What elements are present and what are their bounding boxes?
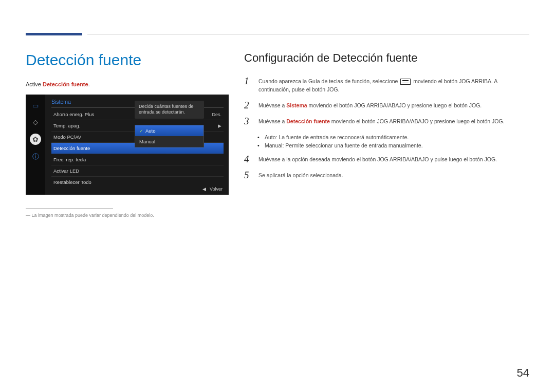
step-text: Se aplicará la opción seleccionada.: [258, 171, 343, 179]
step-text: Cuando aparezca la Guía de teclas de fun…: [258, 77, 519, 94]
target-icon: ◇: [31, 117, 40, 126]
osd-menu-item: Activar LED: [51, 165, 224, 177]
step-2: 2 Muévase a Sistema moviendo el botón JO…: [244, 101, 519, 110]
osd-item-label: Modo PC/AV: [53, 134, 81, 140]
step-text: Muévase a Detección fuente moviendo el b…: [258, 117, 505, 125]
back-arrow-icon: ◀: [202, 186, 206, 192]
monitor-icon: ▭: [31, 101, 40, 110]
osd-item-label: Detección fuente: [53, 145, 90, 151]
osd-item-value: ▶: [218, 123, 221, 128]
step-3: 3 Muévase a Detección fuente moviendo el…: [244, 117, 519, 126]
osd-item-label: Ahorro energ. Plus: [53, 111, 94, 117]
step-number: 1: [244, 76, 251, 86]
section-title: Detección fuente: [26, 51, 229, 69]
osd-menu-item: Restablecer Todo: [51, 177, 224, 188]
osd-item-value: Des.: [212, 112, 221, 117]
osd-item-label: Activar LED: [53, 168, 79, 174]
subsection-title: Configuración de Detección fuente: [244, 51, 519, 65]
bullet-text: : Permite seleccionar una fuente de entr…: [282, 142, 422, 148]
bullet-auto: Auto: La fuente de entrada se reconocerá…: [257, 133, 519, 142]
step-1: 1 Cuando aparezca la Guía de teclas de f…: [244, 77, 519, 94]
step-text: Muévase a la opción deseada moviendo el …: [258, 155, 497, 163]
step-number: 2: [244, 100, 251, 110]
info-icon: ⓘ: [31, 152, 40, 161]
step-number: 4: [244, 154, 251, 164]
intro-highlight: Detección fuente: [43, 81, 88, 87]
footnote-rule: [26, 208, 113, 209]
step-number: 5: [244, 170, 251, 180]
osd-submenu: Auto Manual: [135, 125, 204, 147]
bullet-manual: Manual: Permite seleccionar una fuente d…: [257, 141, 519, 150]
step-text-part: Cuando aparezca la Guía de teclas de fun…: [258, 78, 399, 84]
header-rule: [87, 34, 529, 34]
step-text-part: moviendo el botón JOG ARRIBA/ABAJO y pre…: [330, 118, 505, 124]
osd-item-label: Temp. apag.: [53, 123, 80, 128]
step-highlight: Detección fuente: [286, 118, 330, 124]
osd-submenu-item: Manual: [135, 136, 203, 147]
step-text: Muévase a Sistema moviendo el botón JOG …: [258, 101, 482, 109]
osd-footer-label: Volver: [210, 186, 223, 192]
osd-item-label: Restablecer Todo: [53, 179, 91, 185]
header-accent-bar: [26, 33, 82, 35]
step-highlight: Sistema: [286, 102, 307, 108]
step-4: 4 Muévase a la opción deseada moviendo e…: [244, 155, 519, 164]
bullet-text: : La fuente de entrada se reconocerá aut…: [276, 134, 409, 140]
intro-suffix: .: [88, 81, 90, 87]
intro-text: Active Detección fuente.: [26, 81, 229, 87]
osd-help-note: Decida cuántas fuentes de entrada se det…: [135, 101, 204, 119]
osd-sidebar: ▭ ◇ ✿ ⓘ: [26, 95, 45, 195]
step-text-part: moviendo el botón JOG ARRIBA/ABAJO y pre…: [307, 102, 482, 108]
osd-item-label: Frec. rep. tecla: [53, 157, 86, 162]
step-5: 5 Se aplicará la opción seleccionada.: [244, 171, 519, 180]
osd-footer: ◀ Volver: [200, 186, 223, 192]
bullet-label: Manual: [265, 142, 282, 148]
osd-screenshot: ▭ ◇ ✿ ⓘ Sistema Ahorro energ. Plus Des. …: [26, 95, 229, 195]
step-number: 3: [244, 116, 251, 126]
step-text-part: Muévase a: [258, 102, 286, 108]
osd-submenu-item-selected: Auto: [135, 125, 203, 136]
osd-menu-item: Frec. rep. tecla: [51, 154, 224, 165]
gear-icon: ✿: [30, 134, 41, 145]
menu-icon: [400, 79, 411, 85]
footnote-text: La imagen mostrada puede variar dependie…: [26, 213, 229, 218]
bullet-label: Auto: [265, 134, 276, 140]
page-number: 54: [517, 366, 529, 380]
step-text-part: Muévase a: [258, 118, 286, 124]
intro-prefix: Active: [26, 81, 43, 87]
